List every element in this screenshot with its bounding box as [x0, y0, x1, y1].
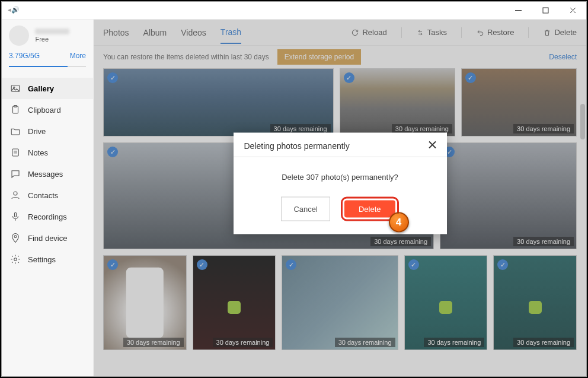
location-icon: [10, 233, 21, 243]
remaining-badge: 30 days remaining: [270, 124, 331, 134]
modal-body: Delete 307 photo(s) permanently?: [234, 157, 447, 197]
photo-thumb[interactable]: ✓30 days remaining: [340, 68, 455, 136]
speaker-icon: ◂🔊: [8, 6, 20, 14]
sidebar-item-drive[interactable]: Drive: [2, 120, 93, 142]
remaining-badge: 30 days remaining: [513, 237, 574, 246]
remaining-badge: 30 days remaining: [424, 338, 484, 347]
image-icon: [10, 83, 21, 94]
tab-videos[interactable]: Videos: [181, 28, 206, 43]
svg-rect-8: [12, 149, 19, 156]
info-message: You can restore the items deleted within…: [103, 53, 269, 61]
remaining-badge: 30 days remaining: [513, 338, 574, 347]
tabs-row: Photos Album Videos Trash Reload Tasks R…: [94, 20, 586, 46]
sidebar-item-gallery[interactable]: Gallery: [2, 78, 93, 99]
remaining-badge: 30 days remaining: [123, 338, 184, 347]
titlebar: ◂🔊: [2, 2, 586, 20]
check-icon[interactable]: ✓: [408, 259, 419, 270]
photo-thumb[interactable]: ✓30 days remaining: [103, 255, 187, 350]
confirm-delete-button[interactable]: Delete: [344, 201, 395, 218]
user-block: Free: [2, 20, 93, 49]
user-name: [35, 28, 69, 34]
check-icon[interactable]: ✓: [286, 259, 296, 270]
photo-thumb[interactable]: ✓30 days remaining: [461, 68, 577, 136]
photo-thumb[interactable]: ✓30 days remaining: [103, 68, 334, 136]
sidebar-item-notes[interactable]: Notes: [2, 142, 93, 163]
sidebar-item-label: Messages: [28, 170, 63, 179]
photo-thumb[interactable]: ✓30 days remaining: [193, 255, 276, 350]
photo-thumb[interactable]: ✓30 days remaining: [440, 142, 577, 249]
sidebar-item-messages[interactable]: Messages: [2, 163, 93, 185]
check-icon[interactable]: ✓: [497, 259, 508, 270]
restore-button[interactable]: Restore: [476, 28, 514, 37]
sidebar: Free 3.79G/5G More Gallery Clipboard: [2, 20, 94, 376]
check-icon[interactable]: ✓: [197, 259, 207, 270]
photo-thumb[interactable]: ✓30 days remaining: [282, 255, 398, 350]
step-badge: 4: [389, 212, 409, 233]
mic-icon: [10, 211, 21, 222]
sidebar-item-label: Notes: [28, 148, 48, 157]
remaining-badge: 30 days remaining: [335, 338, 395, 347]
sidebar-item-clipboard[interactable]: Clipboard: [2, 99, 93, 120]
svg-point-13: [14, 236, 17, 238]
notes-icon: [10, 147, 21, 158]
user-icon: [10, 190, 21, 201]
sidebar-item-label: Drive: [28, 127, 46, 136]
sidebar-item-settings[interactable]: Settings: [2, 249, 93, 270]
storage-usage: 3.79G/5G: [9, 52, 40, 60]
sidebar-item-label: Settings: [28, 255, 56, 264]
close-window-button[interactable]: [559, 2, 586, 20]
user-plan: Free: [35, 36, 69, 43]
remaining-badge: 30 days remaining: [370, 237, 431, 246]
extend-storage-button[interactable]: Extend storage period: [277, 49, 361, 65]
sidebar-item-label: Contacts: [28, 191, 58, 200]
svg-point-14: [14, 258, 17, 261]
avatar[interactable]: [9, 26, 29, 46]
delete-button[interactable]: Delete: [543, 28, 577, 37]
message-icon: [10, 169, 21, 179]
tasks-button[interactable]: Tasks: [416, 28, 447, 37]
clipboard-icon: [10, 104, 21, 115]
sidebar-item-label: Recordings: [28, 212, 67, 221]
sidebar-item-find-device[interactable]: Find device: [2, 227, 93, 249]
svg-rect-12: [15, 212, 17, 217]
cancel-button[interactable]: Cancel: [281, 197, 330, 221]
remaining-badge: 30 days remaining: [213, 338, 273, 347]
reload-button[interactable]: Reload: [351, 28, 386, 37]
minimize-button[interactable]: [504, 2, 532, 20]
check-icon[interactable]: ✓: [107, 147, 118, 157]
info-bar: You can restore the items deleted within…: [94, 46, 586, 68]
check-icon[interactable]: ✓: [107, 72, 118, 83]
check-icon[interactable]: ✓: [344, 72, 354, 83]
folder-icon: [10, 126, 21, 136]
svg-point-11: [14, 192, 17, 195]
photo-thumb[interactable]: ✓30 days remaining: [404, 255, 488, 350]
tab-trash[interactable]: Trash: [220, 27, 241, 44]
app-window: ◂🔊 Free 3.79G/5G More Gallery: [1, 1, 587, 377]
tab-photos[interactable]: Photos: [103, 28, 129, 43]
delete-confirm-modal: Deleting photos permanently Delete 307 p…: [234, 133, 447, 234]
maximize-button[interactable]: [532, 2, 559, 20]
modal-title: Deleting photos permanently: [244, 141, 350, 151]
sidebar-item-label: Clipboard: [28, 106, 61, 115]
photo-thumb[interactable]: ✓30 days remaining: [493, 255, 577, 350]
sidebar-item-recordings[interactable]: Recordings: [2, 206, 93, 227]
deselect-link[interactable]: Deselect: [549, 53, 577, 61]
remaining-badge: 30 days remaining: [513, 124, 574, 134]
storage-bar: [9, 66, 86, 67]
sidebar-nav: Gallery Clipboard Drive Notes Messages: [2, 75, 93, 376]
sidebar-item-contacts[interactable]: Contacts: [2, 185, 93, 206]
check-icon[interactable]: ✓: [107, 259, 118, 270]
sidebar-item-label: Find device: [28, 234, 67, 243]
delete-highlight: Delete 4: [341, 197, 399, 221]
check-icon[interactable]: ✓: [465, 72, 476, 83]
main-content: Photos Album Videos Trash Reload Tasks R…: [94, 20, 586, 376]
scrollbar[interactable]: [580, 104, 585, 139]
gear-icon: [10, 254, 21, 265]
sidebar-item-label: Gallery: [28, 84, 54, 93]
svg-rect-1: [543, 8, 548, 13]
storage-more-link[interactable]: More: [70, 52, 86, 60]
tab-album[interactable]: Album: [143, 28, 167, 43]
remaining-badge: 30 days remaining: [392, 124, 452, 134]
modal-close-button[interactable]: [429, 141, 436, 151]
